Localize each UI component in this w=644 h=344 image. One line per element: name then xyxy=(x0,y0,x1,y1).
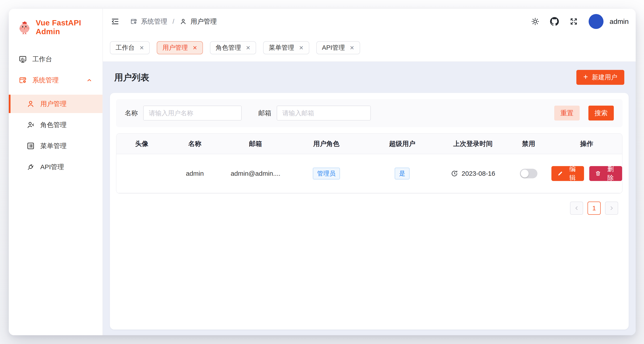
app-logo[interactable]: Vue FastAPI Admin xyxy=(9,16,102,39)
close-icon[interactable]: ✕ xyxy=(246,45,250,51)
column-header-last-login: 上次登录时间 xyxy=(440,139,506,148)
user-icon xyxy=(26,100,35,108)
clock-history-icon xyxy=(451,170,458,177)
sidebar-collapse-button[interactable] xyxy=(111,17,120,26)
plus-icon: + xyxy=(583,73,588,81)
trash-icon xyxy=(595,170,601,177)
search-button[interactable]: 搜索 xyxy=(588,106,614,121)
edit-button[interactable]: 编辑 xyxy=(552,166,584,181)
new-user-button[interactable]: + 新建用户 xyxy=(576,70,624,85)
breadcrumb-separator: / xyxy=(172,18,174,25)
reset-button[interactable]: 重置 xyxy=(554,106,580,121)
table-header-row: 头像 名称 邮箱 用户角色 超级用户 上次登录时间 禁用 操作 xyxy=(116,134,622,154)
app-window: Vue FastAPI Admin 工作台 xyxy=(9,9,636,335)
email-filter-input[interactable] xyxy=(277,106,371,121)
system-gear-icon xyxy=(130,18,138,25)
edit-button-label: 编辑 xyxy=(566,165,578,182)
sidebar-item-label: 角色管理 xyxy=(40,121,66,130)
pagination: 1 xyxy=(116,202,622,215)
user-list-card: 名称 邮箱 重置 搜索 头像 名称 邮箱 用户角色 xyxy=(110,93,629,329)
sidebar-item-users[interactable]: 用户管理 xyxy=(9,95,102,113)
monitor-icon xyxy=(18,55,27,64)
superuser-tag: 是 xyxy=(395,168,410,179)
sidebar-item-api[interactable]: API管理 xyxy=(9,158,102,176)
cell-role: 管理员 xyxy=(288,168,364,179)
sidebar-item-menus[interactable]: 菜单管理 xyxy=(9,137,102,155)
main-area: 系统管理 / 用户管理 xyxy=(103,9,636,335)
chevron-up-icon xyxy=(85,77,94,84)
page-header: 用户列表 + 新建用户 xyxy=(110,62,629,93)
tab-api[interactable]: API管理 ✕ xyxy=(316,41,360,54)
topbar-actions: admin xyxy=(531,14,629,29)
sidebar-item-label: API管理 xyxy=(40,163,64,172)
breadcrumb-item-system[interactable]: 系统管理 xyxy=(130,17,167,26)
theme-toggle-button[interactable] xyxy=(531,17,540,26)
close-icon[interactable]: ✕ xyxy=(193,45,197,51)
sidebar-item-workbench[interactable]: 工作台 xyxy=(9,50,102,68)
fullscreen-button[interactable] xyxy=(569,17,578,26)
github-button[interactable] xyxy=(550,17,559,26)
tab-label: 用户管理 xyxy=(162,43,188,52)
cell-last-login: 2023-08-16 xyxy=(440,170,506,177)
filter-bar: 名称 邮箱 重置 搜索 xyxy=(116,99,622,127)
pencil-icon xyxy=(557,170,563,177)
sun-icon xyxy=(531,17,540,26)
github-icon xyxy=(550,17,559,26)
tab-label: 工作台 xyxy=(116,43,134,52)
cell-disabled xyxy=(506,169,552,178)
sidebar-item-system[interactable]: 系统管理 xyxy=(9,71,102,89)
name-filter-input[interactable] xyxy=(143,106,242,121)
content-area: 用户列表 + 新建用户 名称 邮箱 重置 搜索 xyxy=(103,62,636,335)
delete-button[interactable]: 删除 xyxy=(589,166,622,181)
plug-icon xyxy=(26,163,35,171)
pagination-page-1[interactable]: 1 xyxy=(588,202,601,215)
tab-label: 菜单管理 xyxy=(269,43,294,52)
breadcrumb-label: 用户管理 xyxy=(190,17,217,26)
sidebar-item-label: 工作台 xyxy=(32,55,52,64)
chevron-left-icon xyxy=(573,205,580,211)
close-icon[interactable]: ✕ xyxy=(350,45,354,51)
column-header-superuser: 超级用户 xyxy=(364,139,440,148)
sidebar-item-label: 菜单管理 xyxy=(40,142,66,151)
breadcrumb-item-users[interactable]: 用户管理 xyxy=(180,17,217,26)
tab-bar: 工作台 ✕ 用户管理 ✕ 角色管理 ✕ 菜单管理 ✕ API管理 ✕ xyxy=(103,34,636,62)
cell-actions: 编辑 删除 xyxy=(552,166,622,181)
role-icon xyxy=(26,121,35,129)
sidebar-menu: 工作台 系统管理 xyxy=(9,50,102,176)
sidebar-item-label: 系统管理 xyxy=(32,76,59,85)
page-title: 用户列表 xyxy=(114,72,149,84)
tab-label: 角色管理 xyxy=(216,43,241,52)
collapse-menu-icon xyxy=(111,17,120,26)
tab-label: API管理 xyxy=(322,43,345,52)
chevron-right-icon xyxy=(608,205,615,211)
menu-list-icon xyxy=(26,142,35,150)
topbar: 系统管理 / 用户管理 xyxy=(103,9,636,34)
column-header-name: 名称 xyxy=(167,139,222,148)
cell-name: admin xyxy=(167,170,222,177)
close-icon[interactable]: ✕ xyxy=(299,45,304,51)
cell-email: admin@admin.... xyxy=(222,170,288,177)
tab-users[interactable]: 用户管理 ✕ xyxy=(157,41,203,54)
system-gear-icon xyxy=(18,76,27,85)
disabled-toggle[interactable] xyxy=(520,169,538,178)
username-label[interactable]: admin xyxy=(610,18,629,26)
breadcrumb-label: 系统管理 xyxy=(141,17,167,26)
last-login-value: 2023-08-16 xyxy=(462,170,495,177)
pagination-prev-button[interactable] xyxy=(570,202,583,215)
column-header-disabled: 禁用 xyxy=(506,139,552,148)
close-icon[interactable]: ✕ xyxy=(140,45,144,51)
new-user-button-label: 新建用户 xyxy=(592,73,617,82)
tab-workbench[interactable]: 工作台 ✕ xyxy=(110,41,150,54)
email-filter-label: 邮箱 xyxy=(258,109,272,118)
toggle-knob xyxy=(521,170,529,177)
tab-roles[interactable]: 角色管理 ✕ xyxy=(210,41,256,54)
sidebar-item-roles[interactable]: 角色管理 xyxy=(9,116,102,134)
cell-superuser: 是 xyxy=(364,168,440,179)
tab-menus[interactable]: 菜单管理 ✕ xyxy=(263,41,309,54)
fullscreen-icon xyxy=(569,17,578,26)
user-icon xyxy=(180,18,187,25)
column-header-role: 用户角色 xyxy=(288,139,364,148)
user-avatar[interactable] xyxy=(588,14,604,29)
pagination-next-button[interactable] xyxy=(605,202,618,215)
users-table: 头像 名称 邮箱 用户角色 超级用户 上次登录时间 禁用 操作 admin xyxy=(116,133,622,194)
